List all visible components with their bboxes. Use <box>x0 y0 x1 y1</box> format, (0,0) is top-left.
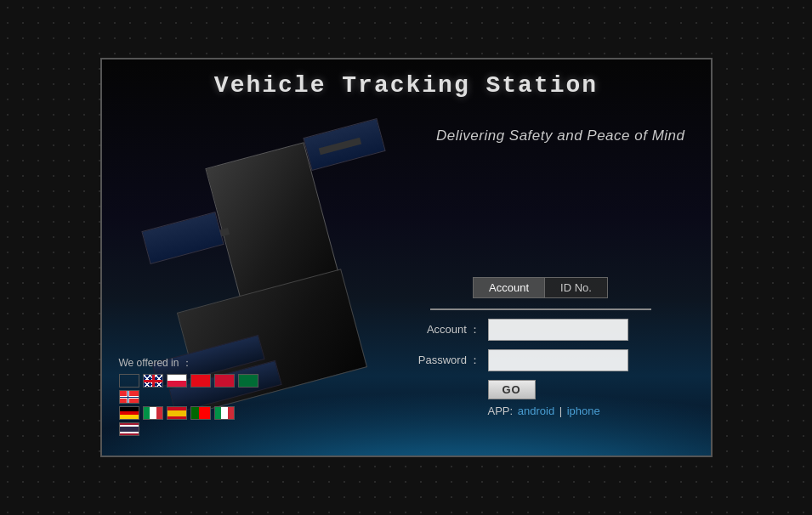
flags-row-4 <box>119 422 258 436</box>
flag-english[interactable] <box>143 374 163 388</box>
app-title: Vehicle Tracking Station <box>102 72 711 99</box>
flag-polish[interactable] <box>167 374 187 388</box>
flags-row-2 <box>119 390 258 404</box>
account-input[interactable] <box>488 319 628 341</box>
flags-row-1 <box>119 374 258 388</box>
flag-german[interactable] <box>119 406 139 420</box>
password-row: Password ： <box>396 349 685 371</box>
flag-arabic[interactable] <box>238 374 258 388</box>
android-link[interactable]: android <box>518 405 554 417</box>
flag-italian[interactable] <box>214 406 235 420</box>
password-label: Password ： <box>396 353 481 368</box>
flag-portuguese[interactable] <box>190 406 211 420</box>
flag-spanish[interactable] <box>167 406 187 420</box>
flag-red[interactable] <box>214 374 235 388</box>
flag-thai[interactable] <box>119 422 139 436</box>
account-row: Account ： <box>396 319 685 341</box>
account-label: Account ： <box>396 322 481 337</box>
tab-idno[interactable]: ID No. <box>544 277 608 298</box>
lang-label: We offered in ： <box>119 356 258 371</box>
tab-account[interactable]: Account <box>473 277 544 298</box>
app-links-row: APP: android | iphone <box>488 405 685 417</box>
flag-italian2[interactable] <box>143 406 163 420</box>
app-links-prefix: APP: <box>488 405 514 417</box>
flag-turkish[interactable] <box>190 374 211 388</box>
app-subtitle: Delivering Safety and Peace of Mind <box>436 127 685 144</box>
flag-chinese[interactable] <box>119 374 139 388</box>
main-panel: Vehicle Tracking Station Delivering Safe… <box>100 58 713 457</box>
tab-underline <box>430 308 651 310</box>
iphone-link[interactable]: iphone <box>567 405 600 417</box>
login-area: Account ID No. Account ： Password ： GO A… <box>371 269 711 456</box>
tab-bar: Account ID No. <box>396 277 685 298</box>
language-section: We offered in ： <box>119 356 258 439</box>
password-input[interactable] <box>488 349 628 371</box>
flags-row-3 <box>119 406 258 420</box>
go-button[interactable]: GO <box>488 380 536 399</box>
flag-norwegian[interactable] <box>119 390 139 404</box>
